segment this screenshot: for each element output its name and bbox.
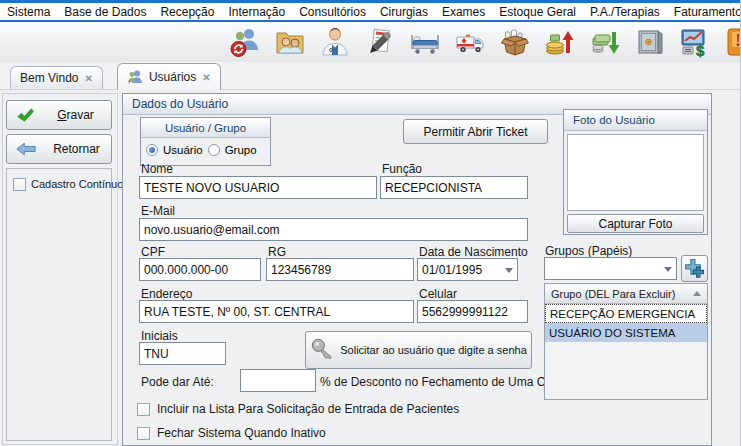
tab-bem-vindo-label: Bem Vindo xyxy=(20,71,78,85)
desconto-prefix-label: Pode dar Até: xyxy=(141,375,214,389)
nome-label: Nome xyxy=(141,162,173,176)
incluir-lista-checkbox[interactable] xyxy=(137,403,150,416)
grupos-list-header-label: Grupo (DEL Para Excluir) xyxy=(551,288,675,300)
tab-bar: Bem Vindo ✕ Usuários ✕ xyxy=(0,62,741,90)
toolbar: $ xyxy=(0,22,741,62)
sort-asc-icon xyxy=(693,291,701,296)
retornar-button[interactable]: Retornar xyxy=(6,134,112,164)
grupos-combo[interactable] xyxy=(544,257,677,280)
add-group-icon xyxy=(684,258,705,279)
stock-icon[interactable] xyxy=(498,25,532,59)
list-item-usuario-do-sistema[interactable]: USUÁRIO DO SISTEMA xyxy=(545,323,707,342)
check-icon xyxy=(16,106,34,124)
menu-item-base-de-dados[interactable]: Base de Dados xyxy=(57,5,153,19)
cpf-input[interactable] xyxy=(139,258,261,281)
list-item-recepcao-emergencia[interactable]: RECEPÇÃO EMERGENCIA xyxy=(545,304,707,323)
usuario-grupo-panel: Usuário / Grupo Usuário Grupo xyxy=(140,117,271,166)
cadastro-continuo-label: Cadastro Contínuo xyxy=(31,178,123,190)
cadastro-continuo-checkbox[interactable] xyxy=(13,178,26,191)
iniciais-label: Iniciais xyxy=(141,329,178,343)
radio-usuario[interactable] xyxy=(146,144,158,156)
menu-item-sistema[interactable]: Sistema xyxy=(0,5,57,19)
funcao-input[interactable] xyxy=(380,176,528,199)
usuario-grupo-title: Usuário / Grupo xyxy=(141,118,270,138)
doctor-icon[interactable] xyxy=(318,25,352,59)
funcao-label: Função xyxy=(382,162,422,176)
radio-grupo-label: Grupo xyxy=(225,144,257,156)
data-nascimento-label: Data de Nascimento xyxy=(419,245,528,259)
grupos-list: Grupo (DEL Para Excluir) RECEPÇÃO EMERGE… xyxy=(544,283,708,400)
menu-item-faturamento[interactable]: Faturamento xyxy=(667,5,741,19)
endereco-input[interactable] xyxy=(139,300,414,323)
desconto-input[interactable] xyxy=(240,369,316,392)
rg-input[interactable] xyxy=(266,258,414,281)
date-dropdown-icon[interactable] xyxy=(505,268,513,273)
gravar-button[interactable]: Gravar xyxy=(6,100,112,130)
email-label: E-Mail xyxy=(141,204,175,218)
endereco-label: Endereço xyxy=(141,287,192,301)
users-sync-icon[interactable] xyxy=(228,25,262,59)
tab-bem-vindo[interactable]: Bem Vindo ✕ xyxy=(10,66,103,89)
dados-usuario-title: Dados do Usuário xyxy=(132,97,228,111)
usuario-grupo-options: Usuário Grupo xyxy=(141,138,270,162)
fechar-sistema-label: Fechar Sistema Quando Inativo xyxy=(157,426,326,440)
solicitar-senha-label: Solicitar ao usuário que digite a senha xyxy=(340,344,527,356)
back-arrow-icon xyxy=(16,142,36,156)
menu-item-cirurgias[interactable]: Cirurgias xyxy=(373,5,435,19)
menu-item-recepcao[interactable]: Recepção xyxy=(153,5,221,19)
solicitar-senha-button[interactable]: Solicitar ao usuário que digite a senha xyxy=(305,331,532,369)
menu-item-exames[interactable]: Exames xyxy=(435,5,492,19)
fechar-sistema-checkbox[interactable] xyxy=(137,427,150,440)
data-nascimento-input[interactable] xyxy=(417,258,518,281)
cpf-label: CPF xyxy=(141,245,165,259)
money-out-icon[interactable] xyxy=(588,25,622,59)
incluir-lista-label: Incluir na Lista Para Solicitação de Ent… xyxy=(157,402,459,416)
nome-input[interactable] xyxy=(139,176,377,199)
key-icon xyxy=(310,337,336,363)
patient-records-icon[interactable] xyxy=(273,25,307,59)
user-photo-placeholder xyxy=(567,134,704,211)
close-icon[interactable]: ✕ xyxy=(84,73,92,84)
gravar-button-label: Gravar xyxy=(40,108,111,122)
menu-item-internacao[interactable]: Internação xyxy=(221,5,292,19)
radio-grupo[interactable] xyxy=(208,144,220,156)
radio-usuario-label: Usuário xyxy=(163,144,203,156)
menu-item-estoque-geral[interactable]: Estoque Geral xyxy=(492,5,583,19)
menu-item-consultorios[interactable]: Consultórios xyxy=(292,5,373,19)
close-icon[interactable]: ✕ xyxy=(202,72,210,83)
add-group-button[interactable] xyxy=(681,255,708,282)
tab-usuarios[interactable]: Usuários ✕ xyxy=(117,63,221,90)
sidebar-panel: Gravar Retornar Cadastro Contínuo xyxy=(2,93,118,445)
menu-bar: Sistema Base de Dados Recepção Internaçã… xyxy=(0,0,741,22)
cadastro-continuo-box: Cadastro Contínuo xyxy=(6,168,112,441)
grupos-papeis-label: Grupos (Papéis) xyxy=(545,244,632,258)
toolbar-icons: $ xyxy=(228,25,741,59)
celular-label: Celular xyxy=(419,287,457,301)
alert-icon[interactable] xyxy=(723,25,741,59)
safe-icon[interactable] xyxy=(633,25,667,59)
ambulance-icon[interactable] xyxy=(453,25,487,59)
grupos-dropdown-icon[interactable] xyxy=(664,267,672,272)
money-in-icon[interactable] xyxy=(543,25,577,59)
foto-usuario-title: Foto do Usuário xyxy=(564,110,707,131)
hospital-bed-icon[interactable] xyxy=(408,25,442,59)
content-area: Gravar Retornar Cadastro Contínuo Dados … xyxy=(0,90,741,446)
capturar-foto-button[interactable]: Capturar Foto xyxy=(567,214,704,233)
email-input[interactable] xyxy=(139,218,528,241)
svg-text:$: $ xyxy=(696,42,705,58)
application-window: Sistema Base de Dados Recepção Internaçã… xyxy=(0,0,741,446)
rg-label: RG xyxy=(268,245,286,259)
tab-usuarios-label: Usuários xyxy=(149,70,196,84)
menu-item-pa-terapias[interactable]: P.A./Terapias xyxy=(583,5,667,19)
retornar-button-label: Retornar xyxy=(42,142,111,156)
prescription-icon[interactable] xyxy=(363,25,397,59)
grupos-list-header[interactable]: Grupo (DEL Para Excluir) xyxy=(545,284,707,304)
iniciais-input[interactable] xyxy=(139,342,226,365)
permitir-abrir-ticket-button[interactable]: Permitir Abrir Ticket xyxy=(403,119,548,144)
users-icon xyxy=(127,69,143,85)
foto-usuario-panel: Foto do Usuário Capturar Foto xyxy=(563,109,708,235)
financial-chart-icon[interactable]: $ xyxy=(678,25,712,59)
celular-input[interactable] xyxy=(417,300,528,323)
